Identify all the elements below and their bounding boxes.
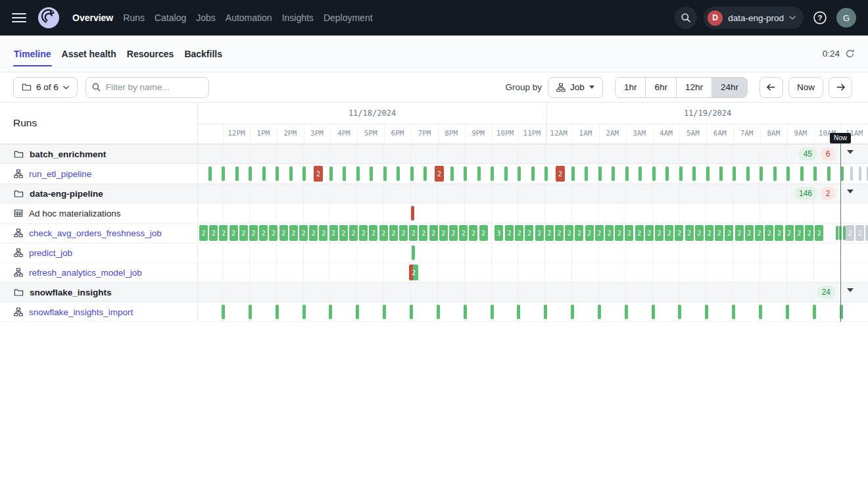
menu-icon[interactable] [12,13,26,22]
dagster-logo-icon[interactable] [37,6,60,30]
run-bar[interactable]: 2 [556,166,565,182]
run-bar[interactable]: 2 [545,225,554,241]
run-bar[interactable]: 2 [379,225,388,241]
run-bar[interactable] [491,166,494,181]
job-link[interactable]: refresh_analytics_model_job [29,268,142,278]
run-bar[interactable] [329,166,333,181]
run-bar[interactable]: 2 [585,225,594,241]
run-bar[interactable] [612,166,615,181]
filter-by-name-input[interactable] [85,77,209,98]
repo-filter-button[interactable]: 6 of 6 [13,77,78,98]
run-bar[interactable] [249,305,252,319]
run-bar[interactable]: 2 [289,225,298,241]
run-bar[interactable]: 2 [309,225,318,241]
run-bar[interactable] [800,166,804,181]
run-bar[interactable]: 2 [615,225,623,241]
run-bar[interactable]: 2 [685,225,694,241]
run-bar[interactable] [813,305,816,319]
nav-item-deployment[interactable]: Deployment [324,10,373,26]
tab-asset-health[interactable]: Asset health [61,36,117,72]
run-bar[interactable]: 2 [625,225,633,241]
run-bar[interactable] [705,305,708,319]
run-bar[interactable]: 2 [555,225,564,241]
run-bar[interactable] [625,305,628,319]
run-bar[interactable]: 2 [239,225,248,241]
nav-item-catalog[interactable]: Catalog [155,10,186,26]
range-6hr[interactable]: 6hr [645,78,676,97]
run-bar[interactable] [412,245,415,260]
nav-item-overview[interactable]: Overview [72,10,113,26]
run-bar[interactable] [706,166,710,181]
job-link[interactable]: predict_job [29,248,72,258]
run-bar[interactable] [356,166,360,181]
run-bar[interactable] [235,166,239,181]
run-bar[interactable] [665,166,669,181]
run-bar[interactable] [302,166,306,181]
run-bar[interactable]: 2 [459,225,468,241]
nav-item-jobs[interactable]: Jobs [196,10,216,26]
run-bar[interactable] [276,305,279,319]
run-bar[interactable]: 2 [645,225,654,241]
run-bar[interactable] [652,305,655,319]
run-bar[interactable]: 2 [515,225,523,241]
run-bar[interactable]: 2 [755,225,763,241]
user-avatar[interactable]: G [836,8,856,28]
run-bar[interactable] [843,226,846,240]
run-bar[interactable]: 2 [505,225,514,241]
run-bar[interactable]: 2 [735,225,744,241]
group-by-dropdown[interactable]: Job [548,77,603,98]
run-bar[interactable]: 2 [279,225,288,241]
run-bar[interactable]: 2 [479,225,488,241]
timeline-back-button[interactable] [760,77,783,98]
run-bar[interactable] [410,166,414,181]
run-bar[interactable] [732,305,735,319]
run-bar[interactable]: 2 [269,225,277,241]
workspace-switcher[interactable]: D data-eng-prod [704,7,804,29]
run-bar[interactable]: 2 [419,225,427,241]
nav-item-automation[interactable]: Automation [226,10,272,26]
nav-item-runs[interactable]: Runs [123,10,145,26]
run-bar[interactable] [585,166,588,181]
run-bar[interactable] [208,166,212,181]
run-bar[interactable]: 2 [409,225,418,241]
run-bar[interactable]: 2 [655,225,663,241]
tab-resources[interactable]: Resources [126,36,175,72]
job-link[interactable]: snowflake_insights_import [29,307,133,317]
run-bar[interactable]: 2 [815,225,823,241]
run-bar[interactable]: 2 [319,225,327,241]
help-button[interactable]: ? [810,8,830,28]
run-bar[interactable] [276,166,279,181]
run-bar[interactable] [719,166,723,181]
run-bar[interactable] [289,166,293,181]
run-bar[interactable]: 2 [715,225,723,241]
run-bar[interactable]: 2 [359,225,368,241]
collapse-caret-icon[interactable] [847,288,854,292]
run-bar[interactable] [598,305,601,319]
run-bar[interactable] [625,166,629,181]
tab-timeline[interactable]: Timeline [13,36,52,72]
run-bar[interactable]: 2 [765,225,773,241]
run-bar[interactable] [759,305,762,319]
run-bar[interactable] [733,166,736,181]
range-1hr[interactable]: 1hr [615,78,646,97]
job-link[interactable]: check_avg_orders_freshness_job [29,228,162,238]
run-bar[interactable]: 2 [775,225,783,241]
run-bar[interactable] [491,305,494,319]
run-bar[interactable] [692,166,696,181]
run-bar[interactable]: 2 [675,225,683,241]
run-bar[interactable]: 2 [595,225,604,241]
run-bar[interactable] [760,166,763,181]
run-bar[interactable] [518,166,521,181]
collapse-caret-icon[interactable] [847,150,854,154]
run-bar[interactable] [571,166,575,181]
run-bar[interactable] [786,166,790,181]
job-link[interactable]: run_etl_pipeline [29,169,91,179]
run-bar[interactable] [531,166,535,181]
nav-item-insights[interactable]: Insights [282,10,314,26]
run-bar[interactable] [850,166,853,181]
run-bar[interactable] [544,305,547,319]
run-bar[interactable] [464,166,467,181]
run-bar[interactable] [679,166,683,181]
run-bar[interactable] [504,166,508,181]
run-bar[interactable]: 2 [725,225,733,241]
